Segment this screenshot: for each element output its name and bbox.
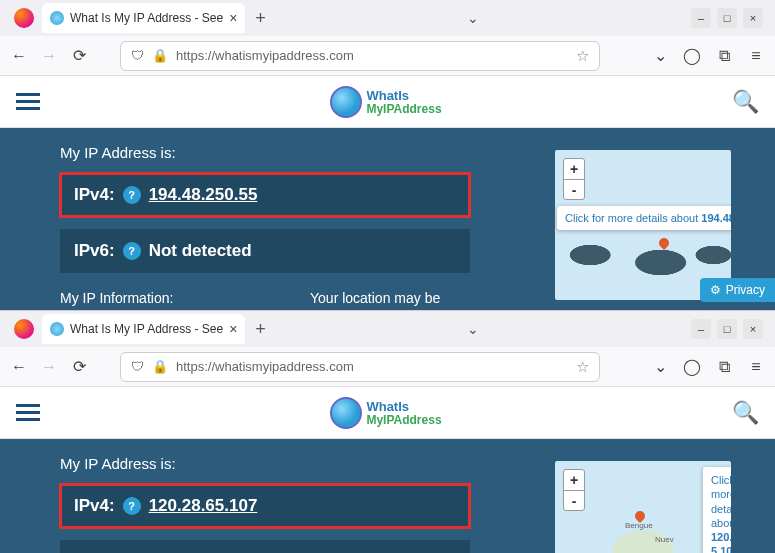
new-tab-button[interactable]: + xyxy=(255,319,266,340)
globe-icon xyxy=(330,397,362,429)
close-window-button[interactable]: × xyxy=(743,319,763,339)
minimize-button[interactable]: – xyxy=(691,319,711,339)
lock-icon: 🔒 xyxy=(152,359,168,374)
site-header: WhatIs MyIPAddress 🔍 xyxy=(0,76,775,128)
browser-window-1: What Is My IP Address - See × + ⌄ – □ × … xyxy=(0,0,775,311)
extensions-icon[interactable]: ⧉ xyxy=(715,358,733,376)
bookmark-star-icon[interactable]: ☆ xyxy=(576,358,589,376)
map-label: Bengue xyxy=(625,521,653,530)
ipv4-value[interactable]: 194.48.250.55 xyxy=(149,185,258,205)
maximize-button[interactable]: □ xyxy=(717,319,737,339)
reload-button[interactable]: ⟳ xyxy=(70,358,88,376)
zoom-control: + - xyxy=(563,158,585,200)
help-icon[interactable]: ? xyxy=(123,186,141,204)
minimize-button[interactable]: – xyxy=(691,8,711,28)
extensions-icon[interactable]: ⧉ xyxy=(715,47,733,65)
zoom-in-button[interactable]: + xyxy=(564,159,584,179)
maximize-button[interactable]: □ xyxy=(717,8,737,28)
ipv4-label: IPv4: xyxy=(74,185,115,205)
url-text: https://whatismyipaddress.com xyxy=(176,359,568,374)
close-tab-icon[interactable]: × xyxy=(229,321,237,337)
site-header: WhatIs MyIPAddress 🔍 xyxy=(0,387,775,439)
search-icon[interactable]: 🔍 xyxy=(732,400,759,426)
site-logo[interactable]: WhatIs MyIPAddress xyxy=(330,86,441,118)
window-controls: – □ × xyxy=(691,8,769,28)
favicon-icon xyxy=(50,322,64,336)
help-icon[interactable]: ? xyxy=(123,242,141,260)
zoom-out-button[interactable]: - xyxy=(564,179,584,199)
site-logo[interactable]: WhatIs MyIPAddress xyxy=(330,397,441,429)
ipv6-label: IPv6: xyxy=(74,241,115,261)
back-button[interactable]: ← xyxy=(10,47,28,65)
bookmark-star-icon[interactable]: ☆ xyxy=(576,47,589,65)
logo-text: WhatIs MyIPAddress xyxy=(366,89,441,115)
zoom-control: + - xyxy=(563,469,585,511)
menu-icon[interactable]: ≡ xyxy=(747,47,765,65)
globe-icon xyxy=(330,86,362,118)
tabs-dropdown-icon[interactable]: ⌄ xyxy=(467,10,479,26)
favicon-icon xyxy=(50,11,64,25)
content-area: My IP Address is: IPv4: ? 120.28.65.107 … xyxy=(0,439,775,553)
forward-button[interactable]: → xyxy=(40,358,58,376)
map-panel[interactable]: + - × Click for more details about 120.2… xyxy=(555,461,731,553)
window-controls: – □ × xyxy=(691,319,769,339)
browser-tab[interactable]: What Is My IP Address - See × xyxy=(42,3,245,33)
browser-window-2: What Is My IP Address - See × + ⌄ – □ × … xyxy=(0,311,775,553)
account-icon[interactable]: ◯ xyxy=(683,47,701,65)
url-bar[interactable]: 🛡 🔒 https://whatismyipaddress.com ☆ xyxy=(120,41,600,71)
zoom-in-button[interactable]: + xyxy=(564,470,584,490)
account-icon[interactable]: ◯ xyxy=(683,358,701,376)
zoom-out-button[interactable]: - xyxy=(564,490,584,510)
tab-title: What Is My IP Address - See xyxy=(70,322,223,336)
url-text: https://whatismyipaddress.com xyxy=(176,48,568,63)
ipv4-label: IPv4: xyxy=(74,496,115,516)
reload-button[interactable]: ⟳ xyxy=(70,47,88,65)
ipv6-value: Not detected xyxy=(149,241,252,261)
toolbar-right: ⌄ ◯ ⧉ ≡ xyxy=(651,47,765,65)
toolbar-right: ⌄ ◯ ⧉ ≡ xyxy=(651,358,765,376)
ipv6-row: IPv6: ? Not detected xyxy=(60,229,470,273)
tab-bar: What Is My IP Address - See × + ⌄ – □ × xyxy=(0,311,775,347)
browser-tab[interactable]: What Is My IP Address - See × xyxy=(42,314,245,344)
nav-bar: ← → ⟳ 🛡 🔒 https://whatismyipaddress.com … xyxy=(0,347,775,387)
tab-title: What Is My IP Address - See xyxy=(70,11,223,25)
close-window-button[interactable]: × xyxy=(743,8,763,28)
site-menu-button[interactable] xyxy=(16,93,40,110)
map-label: Nuev xyxy=(655,535,674,544)
forward-button[interactable]: → xyxy=(40,47,58,65)
ipv4-value[interactable]: 120.28.65.107 xyxy=(149,496,258,516)
shield-icon: 🛡 xyxy=(131,359,144,374)
firefox-icon xyxy=(14,319,34,339)
lock-icon: 🔒 xyxy=(152,48,168,63)
firefox-icon xyxy=(14,8,34,28)
url-bar[interactable]: 🛡 🔒 https://whatismyipaddress.com ☆ xyxy=(120,352,600,382)
new-tab-button[interactable]: + xyxy=(255,8,266,29)
privacy-label: Privacy xyxy=(726,283,765,297)
privacy-badge[interactable]: ⚙ Privacy xyxy=(700,278,775,302)
back-button[interactable]: ← xyxy=(10,358,28,376)
tab-bar: What Is My IP Address - See × + ⌄ – □ × xyxy=(0,0,775,36)
shield-icon: 🛡 xyxy=(131,48,144,63)
help-icon[interactable]: ? xyxy=(123,497,141,515)
search-icon[interactable]: 🔍 xyxy=(732,89,759,115)
ipv4-row: IPv4: ? 120.28.65.107 xyxy=(60,484,470,528)
pocket-icon[interactable]: ⌄ xyxy=(651,358,669,376)
map-tooltip[interactable]: × Click for more details about 120.28.6 … xyxy=(703,467,731,553)
ipv6-row: IPv6: ? Not detected xyxy=(60,540,470,553)
logo-text: WhatIs MyIPAddress xyxy=(366,400,441,426)
gear-icon: ⚙ xyxy=(710,283,721,297)
map-tooltip[interactable]: Click for more details about 194.48.250.… xyxy=(557,206,731,230)
menu-icon[interactable]: ≡ xyxy=(747,358,765,376)
ipv4-row: IPv4: ? 194.48.250.55 xyxy=(60,173,470,217)
site-menu-button[interactable] xyxy=(16,404,40,421)
nav-bar: ← → ⟳ 🛡 🔒 https://whatismyipaddress.com … xyxy=(0,36,775,76)
location-text: Your location may be xyxy=(310,290,440,306)
close-tab-icon[interactable]: × xyxy=(229,10,237,26)
ip-info-heading: My IP Information: xyxy=(60,290,173,306)
tabs-dropdown-icon[interactable]: ⌄ xyxy=(467,321,479,337)
content-area: My IP Address is: IPv4: ? 194.48.250.55 … xyxy=(0,128,775,310)
pocket-icon[interactable]: ⌄ xyxy=(651,47,669,65)
